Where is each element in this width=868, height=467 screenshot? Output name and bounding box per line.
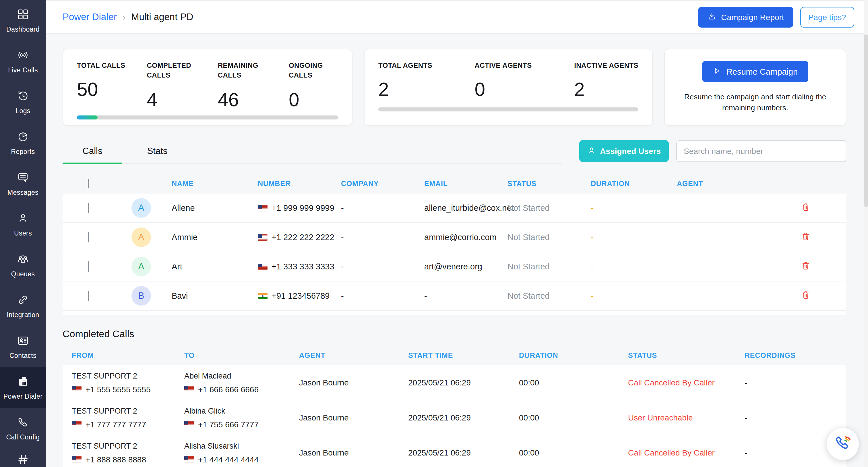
call-status: Call Cancelled By Caller	[628, 448, 745, 457]
stat-label: TOTAL CALLS	[77, 61, 125, 71]
breadcrumb-separator: ›	[123, 12, 125, 22]
recordings: -	[745, 413, 846, 422]
col-start-time: START TIME	[408, 352, 519, 359]
resume-campaign-description: Resume the campaign and start dialing th…	[679, 92, 832, 113]
tabs-row: Calls Stats Assigned Users	[63, 139, 846, 164]
page-scrollbar[interactable]	[864, 0, 868, 467]
completed-row: TEST SUPPORT 2 +1 777 777 7777 Albina Gl…	[63, 400, 846, 435]
col-company: COMPANY	[341, 180, 424, 188]
reports-pie-icon	[17, 130, 29, 145]
sidebar-item-call-config[interactable]: Call Config	[0, 408, 46, 448]
call-duration: 00:00	[519, 413, 628, 422]
country-flag-icon	[72, 456, 82, 462]
stat-value: 46	[218, 89, 267, 111]
col-from: FROM	[72, 352, 184, 359]
sidebar-item-queues[interactable]: Queues	[0, 245, 46, 286]
row-checkbox[interactable]	[88, 203, 89, 213]
call-stats-columns: TOTAL CALLS 50 COMPLETED CALLS 4 REMAINI…	[77, 61, 338, 111]
to-name: Albina Glick	[184, 406, 299, 415]
sidebar-item-label: Power Dialer	[3, 393, 42, 400]
scrollbar-thumb[interactable]	[864, 34, 868, 207]
col-agent: AGENT	[299, 352, 408, 359]
sidebar-item-label: Live Calls	[8, 67, 38, 74]
stat-value: 0	[289, 89, 338, 111]
contact-company: -	[341, 291, 424, 300]
avatar: A	[131, 257, 151, 276]
sidebar-item-reports[interactable]: Reports	[0, 122, 46, 163]
page-tips-button[interactable]: Page tips?	[800, 7, 854, 27]
col-recordings: RECORDINGS	[745, 352, 846, 359]
dialer-launcher-button[interactable]	[827, 428, 859, 460]
stat-label: INACTIVE AGENTS	[574, 61, 639, 71]
user-icon	[17, 212, 29, 227]
contact-number: +1 222 222 2222	[272, 233, 334, 242]
delete-row-button[interactable]	[800, 261, 811, 272]
call-duration: 00:00	[519, 448, 628, 457]
calls-progress-fill	[77, 115, 98, 119]
sidebar-item-logs[interactable]: Logs	[0, 82, 46, 122]
row-checkbox[interactable]	[88, 261, 89, 272]
sidebar-item-label: Reports	[11, 148, 35, 155]
row-checkbox[interactable]	[88, 291, 89, 301]
col-duration: DURATION	[519, 352, 628, 359]
stat-inactive-agents: INACTIVE AGENTS 2	[574, 61, 639, 101]
queues-group-icon	[17, 253, 29, 268]
contact-email: -	[424, 291, 507, 300]
integration-link-icon	[17, 294, 29, 309]
tab-stats[interactable]: Stats	[140, 139, 175, 163]
sidebar-item-label: Dashboard	[6, 26, 40, 33]
sidebar-item-power-dialer[interactable]: Power Dialer	[0, 367, 46, 408]
person-icon	[587, 146, 596, 156]
delete-row-button[interactable]	[800, 232, 811, 243]
start-time: 2025/05/21 06:29	[408, 413, 519, 422]
trash-icon	[801, 205, 810, 214]
tabs: Calls Stats	[63, 139, 562, 164]
call-duration: -	[591, 233, 677, 242]
sidebar-item-contacts[interactable]: Contacts	[0, 326, 46, 367]
country-flag-icon	[258, 234, 268, 240]
sidebar-item-numbers[interactable]	[0, 448, 46, 467]
sidebar-item-live-calls[interactable]: Live Calls	[0, 41, 46, 82]
breadcrumb-parent-link[interactable]: Power Dialer	[63, 11, 117, 22]
trash-icon	[801, 234, 810, 243]
page-header: Power Dialer › Multi agent PD Campaign R…	[46, 0, 868, 34]
call-config-icon	[17, 416, 29, 431]
stat-value: 50	[77, 79, 125, 101]
live-calls-icon	[17, 49, 29, 64]
country-flag-icon	[258, 205, 268, 211]
select-all-checkbox[interactable]	[88, 179, 89, 188]
row-checkbox[interactable]	[88, 232, 89, 242]
sidebar-item-dashboard[interactable]: Dashboard	[0, 0, 46, 41]
agents-progress-bar	[378, 108, 639, 111]
delete-row-button[interactable]	[800, 202, 811, 214]
resume-campaign-label: Resume Campaign	[726, 67, 798, 76]
sidebar: Dashboard Live Calls Logs Reports Messag…	[0, 0, 46, 467]
tab-calls[interactable]: Calls	[63, 139, 122, 163]
resume-campaign-button[interactable]: Resume Campaign	[702, 61, 808, 82]
stat-active-agents: ACTIVE AGENTS 0	[475, 61, 532, 101]
agent-name: Jason Bourne	[299, 413, 408, 422]
sidebar-item-label: Contacts	[9, 352, 36, 359]
col-status: STATUS	[628, 352, 745, 359]
sidebar-item-label: Users	[14, 230, 32, 237]
page-tips-label: Page tips?	[808, 12, 846, 22]
to-party: Alisha Slusarski +1 444 444 4444	[184, 441, 299, 464]
contact-email: allene_iturbide@cox.net	[424, 203, 507, 212]
sidebar-item-integration[interactable]: Integration	[0, 286, 46, 326]
sidebar-item-messages[interactable]: Messages	[0, 163, 46, 204]
stat-value: 4	[147, 89, 196, 111]
content: TOTAL CALLS 50 COMPLETED CALLS 4 REMAINI…	[46, 34, 868, 467]
call-duration: 00:00	[519, 378, 628, 387]
assigned-users-button[interactable]: Assigned Users	[579, 140, 669, 162]
campaign-report-button[interactable]: Campaign Report	[698, 7, 793, 27]
to-number: +1 444 444 4444	[198, 455, 259, 464]
delete-row-button[interactable]	[800, 290, 811, 301]
stat-remaining-calls: REMAINING CALLS 46	[218, 61, 267, 111]
stat-value: 2	[574, 79, 639, 101]
sidebar-item-users[interactable]: Users	[0, 204, 46, 245]
from-number: +1 555 5555 5555	[86, 385, 151, 394]
recordings: -	[745, 378, 846, 387]
avatar: A	[131, 198, 151, 218]
search-input[interactable]	[676, 140, 846, 162]
main-area: Power Dialer › Multi agent PD Campaign R…	[46, 0, 868, 467]
